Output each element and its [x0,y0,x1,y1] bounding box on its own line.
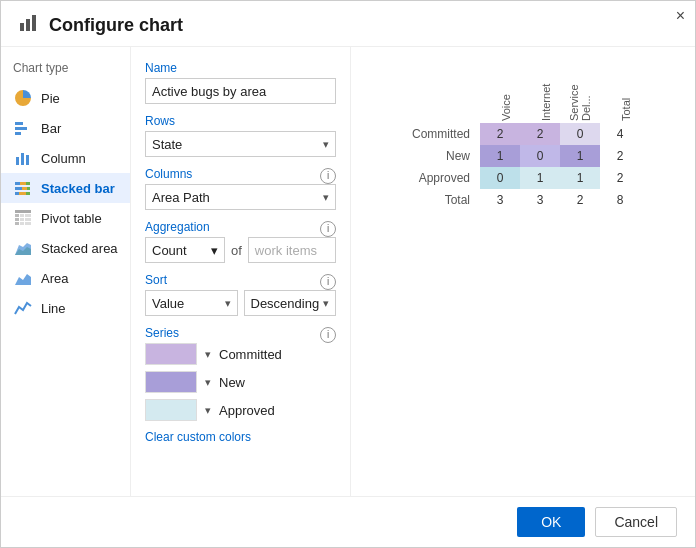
dialog-body: Chart type Pie [1,47,695,496]
name-input[interactable] [145,78,336,104]
cell-new-total: 2 [600,145,640,167]
svg-rect-20 [20,214,24,217]
table-row-total: Total 3 3 2 8 [406,189,640,211]
row-label-new: New [406,145,480,167]
aggregation-info-icon[interactable]: i [320,221,336,237]
chart-type-line[interactable]: Line [1,293,130,323]
table-row: New 1 0 1 2 [406,145,640,167]
chart-type-pie-label: Pie [41,91,60,106]
config-panel: Name Rows State ▾ Columns i Area Path [131,47,351,496]
aggregation-row: Count ▾ of work items [145,237,336,263]
chart-type-pivot-table[interactable]: Pivot table [1,203,130,233]
aggregation-label: Aggregation [145,220,210,234]
columns-select[interactable]: Area Path ▾ [145,184,336,210]
series-name-committed: Committed [219,347,282,362]
chart-type-area-label: Area [41,271,68,286]
sort-direction: Descending [251,296,320,311]
sort-row: Value ▾ Descending ▾ [145,290,336,316]
clear-colors-link[interactable]: Clear custom colors [145,430,251,444]
svg-marker-29 [15,243,31,255]
close-button[interactable]: × [676,7,685,25]
svg-rect-1 [26,19,30,31]
svg-rect-19 [15,214,19,217]
svg-rect-27 [25,222,31,225]
svg-rect-26 [20,222,24,225]
cell-committed-voice: 2 [480,123,520,145]
svg-marker-30 [15,274,31,285]
series-expand-committed-icon[interactable]: ▾ [205,348,211,361]
sort-value-select[interactable]: Value ▾ [145,290,238,316]
row-label-total: Total [406,189,480,211]
columns-label: Columns [145,167,192,181]
cancel-button[interactable]: Cancel [595,507,677,537]
svg-rect-24 [25,218,31,221]
columns-chevron-icon: ▾ [323,191,329,204]
chart-col-voice: Voice [480,63,520,123]
series-expand-approved-icon[interactable]: ▾ [205,404,211,417]
cell-total-service: 2 [560,189,600,211]
chart-col-service: Service Del... [560,63,600,123]
aggregation-select[interactable]: Count ▾ [145,237,225,263]
rows-select[interactable]: State ▾ [145,131,336,157]
svg-rect-7 [21,153,24,165]
chart-type-stacked-area[interactable]: Stacked area [1,233,130,263]
svg-rect-11 [26,182,30,185]
name-field-group: Name [145,61,336,104]
columns-info-icon[interactable]: i [320,168,336,184]
svg-rect-18 [15,210,31,213]
aggregation-field-group: Aggregation i Count ▾ of work items [145,220,336,263]
stacked-area-icon [13,238,33,258]
row-label-committed: Committed [406,123,480,145]
svg-rect-23 [20,218,24,221]
chart-type-bar-label: Bar [41,121,61,136]
sort-value: Value [152,296,184,311]
cell-total-total: 8 [600,189,640,211]
series-label: Series [145,326,179,340]
svg-rect-17 [26,192,30,195]
aggregation-field-placeholder: work items [255,243,317,258]
chart-type-area[interactable]: Area [1,263,130,293]
sort-direction-select[interactable]: Descending ▾ [244,290,337,316]
dialog-title: Configure chart [49,15,183,36]
chart-type-label: Chart type [1,61,130,83]
line-icon [13,298,33,318]
stacked-bar-icon [13,178,33,198]
cell-total-voice: 3 [480,189,520,211]
chart-type-pie[interactable]: Pie [1,83,130,113]
chart-type-stacked-bar[interactable]: Stacked bar [1,173,130,203]
dialog-header: Configure chart [1,1,695,47]
pie-icon [13,88,33,108]
sort-label: Sort [145,273,167,287]
cell-approved-total: 2 [600,167,640,189]
svg-rect-22 [15,218,19,221]
series-info-icon[interactable]: i [320,327,336,343]
series-item-approved: ▾ Approved [145,399,336,421]
name-label: Name [145,61,336,75]
series-color-committed[interactable] [145,343,197,365]
series-name-new: New [219,375,245,390]
series-name-approved: Approved [219,403,275,418]
aggregation-of-text: of [231,243,242,258]
table-row: Committed 2 2 0 4 [406,123,640,145]
columns-field-group: Columns i Area Path ▾ [145,167,336,210]
svg-rect-13 [22,187,27,190]
chart-empty-header [406,63,480,123]
cell-committed-total: 4 [600,123,640,145]
chart-col-internet: Internet [520,63,560,123]
svg-rect-10 [20,182,26,185]
series-item-committed: ▾ Committed [145,343,336,365]
series-color-new[interactable] [145,371,197,393]
chart-type-bar[interactable]: Bar [1,113,130,143]
row-label-approved: Approved [406,167,480,189]
sort-info-icon[interactable]: i [320,274,336,290]
sort-field-group: Sort i Value ▾ Descending ▾ [145,273,336,316]
series-color-approved[interactable] [145,399,197,421]
aggregation-value: Count [152,243,187,258]
series-expand-new-icon[interactable]: ▾ [205,376,211,389]
chart-type-stacked-area-label: Stacked area [41,241,118,256]
chart-type-line-label: Line [41,301,66,316]
ok-button[interactable]: OK [517,507,585,537]
svg-rect-5 [15,132,21,135]
svg-rect-6 [16,157,19,165]
chart-type-column[interactable]: Column [1,143,130,173]
